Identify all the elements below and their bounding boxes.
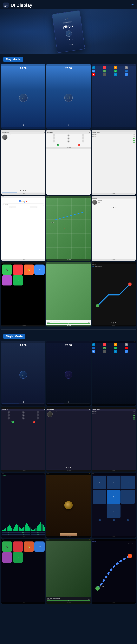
dial-6[interactable]: 6 [82,137,84,140]
n-dial-7[interactable]: 7 [8,417,10,420]
app-music[interactable]: ♪ [103,66,106,69]
dial-8[interactable]: 8 [67,140,70,142]
dial-3[interactable]: 3 [82,134,84,137]
n-dial-6[interactable]: 6 [37,414,39,416]
power-toggle[interactable] [133,142,135,142]
n-dial-2[interactable]: 2 [22,411,24,414]
bt-music-controls: ⏮ ⏸ ⏭ [1,189,46,192]
n-carplay-phone[interactable]: 📞 [2,542,12,552]
n-app-camera[interactable]: 📷 [103,350,106,353]
nav-up-left[interactable]: ↖ [93,476,106,490]
dial-4[interactable]: 4 [53,137,55,140]
carplay-spotify[interactable]: ♫ [13,275,23,286]
day-mode-grid-row1: ●●●⚡■ 20:08 ●●● 🎵 ⏮ ⏸ ⏭ EM ★ APPS ▶ ●●●⚡ [0,64,137,130]
dial-1[interactable]: 1 [53,134,55,137]
n-dial-9[interactable]: 9 [37,417,39,420]
n-app-telegram[interactable]: ✈ [92,343,95,346]
n-app-music[interactable]: ♪ [103,343,106,346]
waveform-bar [18,527,20,531]
app-wechat[interactable]: 💬 [103,70,106,72]
dial-5[interactable]: 5 [67,137,70,140]
nav-empty-1 [93,504,106,518]
waveform-bar [23,527,24,531]
nav-home[interactable]: ⌂ [113,519,115,521]
end-call-button[interactable]: 📵 [78,144,80,146]
carplay-podcast[interactable]: 📻 [24,264,34,275]
n-carplay-maps[interactable]: 🗺 [34,542,44,552]
nav-up-right[interactable]: ↗ [121,476,135,490]
n-carplay-spotify2[interactable]: ♫ [13,552,23,562]
n-auto-answer-toggle[interactable] [133,414,135,416]
carplay-music[interactable]: ♪ [13,264,23,275]
n-carplay-music[interactable]: ♪ [13,542,23,552]
n-power-toggle[interactable] [133,418,135,420]
play-pause-button[interactable]: ⏸ [69,38,70,41]
hero-device-screen: ●●● ⚡ ■ A soothing piece of music... 20:… [52,11,85,53]
app-spotify[interactable]: ♫ [114,70,117,72]
n-app-photos[interactable]: ⊞ [114,343,117,346]
auto-connect-toggle[interactable] [133,140,135,140]
app-camera[interactable]: 📷 [103,73,106,76]
night-go-btn[interactable]: GO [47,600,90,601]
app-waze[interactable]: W [92,70,95,72]
n-dial-3[interactable]: 3 [37,411,39,414]
google-search-bar[interactable]: 🔍 Search [2,204,44,206]
night-nav-landscape: 08:53⚡ Not Playing ▶ Start Start on Dong… [92,539,136,604]
map-bottom: 📞 ★ APPS ▶ [46,259,90,260]
n-app-settings[interactable]: ⚙ [125,343,128,346]
n-dial-8[interactable]: 8 [22,417,24,420]
night-map-content: Sunny Coffee Modern Restaurant 10:16 ETA… [46,541,90,602]
app-twitter[interactable]: t [114,73,117,76]
app-telegram[interactable]: ✈ [92,66,95,69]
nav-zoom-out[interactable]: - [127,519,129,521]
prev-button[interactable]: ⏮ [66,39,68,40]
call-action-buttons: 📞 📵 [46,143,90,147]
app-photos[interactable]: ⊞ [114,66,117,69]
auto-answer-toggle[interactable] [133,138,135,138]
n-setting-name: Device name CarBT [92,410,136,412]
app-maps[interactable]: 📍 [125,73,128,76]
map-landscape-display: 09:33⚡ Sunny Coffee Modern Restaurant 10… [46,262,90,326]
n-call-btn[interactable]: 📞 [12,420,14,423]
app-youtube[interactable]: ▶ [92,73,95,76]
n-carplay-spotify[interactable]: 🎙 [2,552,12,562]
n-app-youtube[interactable]: ▶ [125,346,128,350]
n-auto-connect-toggle[interactable] [133,416,135,418]
n-dial-1[interactable]: 1 [8,411,10,414]
dial-7[interactable]: 7 [53,140,55,142]
n-app-twitter[interactable]: t [114,350,117,353]
nav-center[interactable]: ⊙ [107,490,120,504]
dial-2[interactable]: 2 [67,134,70,137]
dial-9[interactable]: 9 [82,140,84,142]
nav-icon[interactable]: ≡ [132,3,134,8]
bt-album-art [2,134,8,140]
nav-zoom-in[interactable]: + [98,519,101,521]
next-button[interactable]: ⏭ [72,38,73,40]
n-app-bt[interactable]: BT [92,346,95,350]
n-end-btn[interactable]: 📵 [32,420,35,423]
carplay-podcast2[interactable]: 🎙 [2,275,12,286]
app-settings[interactable]: ⚙ [125,66,128,69]
progress-1 [2,126,44,127]
n-dial-4[interactable]: 4 [8,414,10,416]
nav-right[interactable]: → [121,490,135,504]
map-route [54,212,84,220]
n-app-spotify[interactable]: ♫ [114,346,117,350]
nav-up[interactable]: ↑ [107,476,120,490]
lucky-btn[interactable]: I'm Feeling Lucky [30,206,38,208]
nav-left[interactable]: ← [93,490,106,504]
nav-down[interactable]: ↓ [107,504,120,518]
go-button[interactable]: GO [47,323,90,324]
carplay-maps[interactable]: 🗺 [34,264,44,275]
menu-button[interactable] [3,2,9,8]
n-app-wechat[interactable]: 💬 [103,346,106,350]
n-dial-5[interactable]: 5 [22,414,24,416]
n-app-maps[interactable]: 📍 [125,350,128,353]
call-button[interactable]: 📞 [57,144,59,146]
google-search-btn[interactable]: Google Search [9,206,16,208]
carplay-phone[interactable]: 📞 [2,264,12,275]
app-bt[interactable]: BT [125,70,128,72]
n-carplay-podcast[interactable]: 📻 [24,542,34,552]
carplay-app-grid: 📞 ♪ 📻 🗺 🎙 ♫ [1,264,46,286]
n-app-waze[interactable]: W [92,350,95,353]
